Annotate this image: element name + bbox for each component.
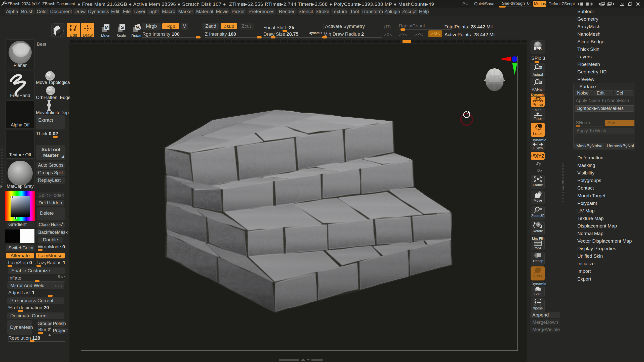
svg-text:S: S: [121, 25, 124, 30]
svg-text:x1: x1: [539, 67, 542, 69]
svg-text:M: M: [105, 25, 109, 30]
